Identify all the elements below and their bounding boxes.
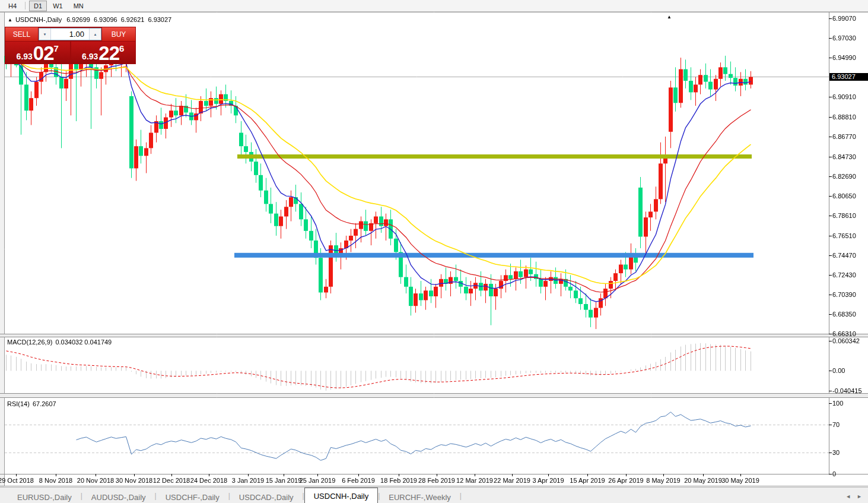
price-axis-label: 6.84730 bbox=[832, 153, 856, 160]
trading-terminal-window: H4D1W1MN ▲ USDCNH-,Daily 6.92699 6.93096… bbox=[0, 0, 868, 503]
price-axis-label: 6.90910 bbox=[832, 93, 856, 100]
buy-price-point: 6 bbox=[119, 43, 124, 53]
date-axis-label: 8 May 2019 bbox=[646, 477, 680, 484]
tab-separator: | bbox=[460, 492, 462, 500]
symbol-timeframe-label: USDCNH-,Daily bbox=[15, 16, 62, 23]
timeframe-toolbar: H4D1W1MN bbox=[0, 0, 868, 12]
price-axis-label: 6.70390 bbox=[832, 291, 856, 298]
price-axis-label: 6.82690 bbox=[832, 173, 856, 180]
tab-usdchf[interactable]: USDCHF-,Daily bbox=[157, 490, 228, 503]
volume-input[interactable] bbox=[51, 29, 89, 40]
tab-usdcad[interactable]: USDCAD-,Daily bbox=[230, 490, 303, 503]
date-axis-label: 22 Mar 2019 bbox=[494, 477, 530, 484]
low-value: 6.92621 bbox=[121, 16, 145, 23]
rsi-axis-label: 0 bbox=[832, 470, 836, 477]
price-axis-label: 6.78610 bbox=[832, 212, 856, 219]
macd-label: MACD(12,26,9)0.034032 0.041749 bbox=[7, 339, 115, 346]
date-axis-label: 29 Oct 2018 bbox=[0, 477, 34, 484]
timeframe-button-w1[interactable]: W1 bbox=[48, 1, 68, 11]
rsi-label: RSI(14)67.2607 bbox=[7, 400, 59, 407]
price-chart-canvas[interactable] bbox=[0, 0, 868, 503]
high-value: 6.93096 bbox=[94, 16, 117, 23]
date-axis-label: 30 May 2019 bbox=[721, 477, 759, 484]
tab-audusd[interactable]: AUDUSD-,Daily bbox=[82, 490, 155, 503]
timeframe-button-mn[interactable]: MN bbox=[69, 1, 88, 11]
price-axis-label: 6.94990 bbox=[832, 54, 856, 61]
date-axis-label: 15 Jan 2019 bbox=[266, 477, 302, 484]
tab-scroll-right-icon[interactable]: ► bbox=[857, 493, 862, 499]
subwindow-expand-icon[interactable]: ▲ bbox=[667, 14, 672, 20]
macd-axis-label: 0.060342 bbox=[832, 337, 860, 344]
price-axis-label: 6.80650 bbox=[832, 192, 856, 200]
date-axis-label: 15 Apr 2019 bbox=[570, 477, 605, 484]
close-value: 6.93027 bbox=[148, 16, 171, 23]
date-axis-label: 28 Feb 2019 bbox=[418, 477, 455, 484]
sell-price-display[interactable]: 6.93 02 7 bbox=[5, 42, 70, 64]
tab-eurusd[interactable]: EURUSD-,Daily bbox=[8, 490, 81, 503]
rsi-axis-label: 30 bbox=[832, 449, 840, 456]
date-axis-label: 18 Feb 2019 bbox=[380, 477, 417, 484]
chart-title: ▲ USDCNH-,Daily 6.92699 6.93096 6.92621 … bbox=[8, 16, 175, 23]
current-price-tag: 6.93027 bbox=[829, 73, 868, 81]
date-axis-label: 24 Dec 2018 bbox=[190, 477, 227, 484]
buy-price-display[interactable]: 6.93 22 6 bbox=[71, 42, 136, 64]
price-axis-label: 6.66310 bbox=[832, 330, 856, 337]
price-axis-label: 6.86770 bbox=[832, 133, 856, 140]
date-axis-label: 12 Mar 2019 bbox=[456, 477, 493, 484]
one-click-trading-panel: SELL ▼ ▲ BUY 6.93 02 7 6.93 22 6 bbox=[5, 27, 136, 64]
tab-eurchf[interactable]: EURCHF-,Weekly bbox=[380, 490, 460, 503]
macd-axis-label: 0.00 bbox=[832, 367, 845, 374]
date-axis-label: 6 Feb 2019 bbox=[342, 477, 375, 484]
tab-scroll-arrows: ◄ ► bbox=[845, 493, 862, 499]
tab-usdcnh[interactable]: USDCNH-,Daily bbox=[304, 488, 378, 503]
date-axis-label: 25 Jan 2019 bbox=[300, 477, 336, 484]
sell-price-point: 7 bbox=[54, 43, 59, 53]
rsi-axis-label: 100 bbox=[832, 400, 843, 407]
macd-axis-label: -0.040415 bbox=[832, 387, 862, 394]
date-axis-label: 8 Nov 2018 bbox=[39, 477, 72, 484]
price-axis-label: 6.72430 bbox=[832, 271, 856, 279]
buy-price-prefix: 6.93 bbox=[82, 50, 98, 62]
price-axis-label: 6.68350 bbox=[832, 311, 856, 318]
sell-button[interactable]: SELL bbox=[5, 27, 38, 41]
price-axis-label: 6.97030 bbox=[832, 34, 856, 42]
date-axis-label: 20 Nov 2018 bbox=[77, 477, 114, 484]
volume-spinner: ▼ ▲ bbox=[39, 28, 101, 40]
toolbar-separator bbox=[25, 2, 26, 10]
sell-price-prefix: 6.93 bbox=[17, 50, 33, 62]
price-axis-label: 6.74470 bbox=[832, 252, 856, 259]
date-axis-label: 12 Dec 2018 bbox=[153, 477, 190, 484]
collapse-panel-icon[interactable]: ▲ bbox=[8, 17, 12, 23]
date-axis-label: 3 Apr 2019 bbox=[532, 477, 564, 484]
volume-decrease-icon[interactable]: ▼ bbox=[39, 29, 51, 40]
tab-scroll-left-icon[interactable]: ◄ bbox=[845, 493, 851, 499]
timeframe-button-h4[interactable]: H4 bbox=[4, 1, 21, 11]
date-axis-label: 3 Jan 2019 bbox=[232, 477, 264, 484]
rsi-axis-label: 70 bbox=[832, 421, 840, 428]
volume-increase-icon[interactable]: ▲ bbox=[89, 29, 101, 40]
date-axis-label: 20 May 2019 bbox=[684, 477, 722, 484]
price-axis-label: 6.88810 bbox=[832, 113, 856, 121]
buy-price-pips: 22 bbox=[98, 45, 119, 62]
buy-button[interactable]: BUY bbox=[102, 27, 135, 41]
symbol-tab-bar: EURUSD-,Daily|AUDUSD-,Daily|USDCHF-,Dail… bbox=[0, 487, 868, 503]
date-axis-label: 30 Nov 2018 bbox=[116, 477, 152, 484]
open-value: 6.92699 bbox=[66, 16, 90, 23]
timeframe-button-d1[interactable]: D1 bbox=[29, 1, 47, 11]
date-axis-label: 26 Apr 2019 bbox=[608, 477, 643, 484]
price-axis-label: 6.76510 bbox=[832, 232, 856, 239]
price-axis-label: 6.99070 bbox=[832, 15, 856, 22]
sell-price-pips: 02 bbox=[33, 45, 54, 62]
